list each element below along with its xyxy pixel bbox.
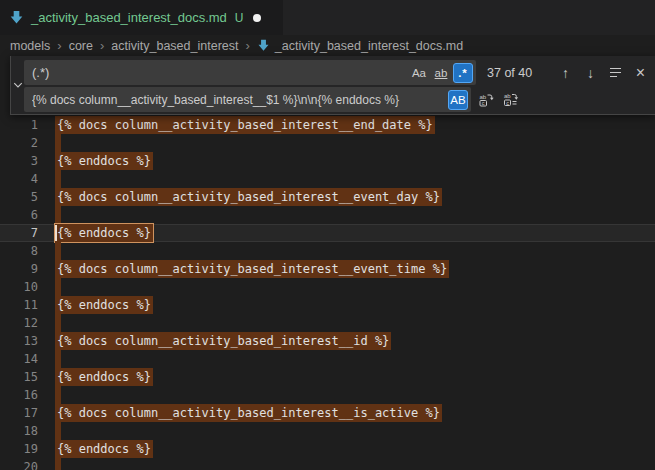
current-find-match: {% enddocs %}: [55, 224, 153, 242]
editor-line: 3{% enddocs %}: [0, 152, 655, 170]
close-find-widget-button[interactable]: ×: [630, 62, 651, 83]
line-number: 14: [0, 350, 45, 368]
line-content[interactable]: {% docs column__activity_based_interest_…: [45, 188, 655, 206]
line-content[interactable]: [45, 206, 655, 224]
line-content[interactable]: {% enddocs %}: [45, 296, 655, 314]
line-content[interactable]: {% enddocs %}: [45, 368, 655, 386]
editor-line: 19{% enddocs %}: [0, 440, 655, 458]
svg-text:c: c: [506, 99, 509, 105]
line-content[interactable]: {% docs column__activity_based_interest_…: [45, 332, 655, 350]
regex-button[interactable]: .*: [453, 63, 473, 83]
editor-line: 16: [0, 386, 655, 404]
breadcrumb-separator: ›: [57, 38, 61, 53]
find-match-highlight: [55, 242, 61, 260]
whole-word-button[interactable]: ab: [431, 63, 451, 83]
editor-lines: 1{% docs column__activity_based_interest…: [0, 116, 655, 470]
find-match-highlight: {% enddocs %}: [55, 368, 153, 386]
line-content[interactable]: {% enddocs %}: [45, 440, 655, 458]
breadcrumb-item[interactable]: models: [10, 39, 50, 53]
line-content[interactable]: [45, 170, 655, 188]
breadcrumb: models›core›activity_based_interest› _ac…: [0, 35, 655, 56]
match-case-button[interactable]: Aa: [409, 63, 429, 83]
line-content[interactable]: {% enddocs %}: [45, 152, 655, 170]
line-number: 5: [0, 188, 45, 206]
find-match-highlight: [55, 206, 61, 224]
line-content[interactable]: {% enddocs %}: [45, 224, 655, 242]
tab-activity-based-interest-docs[interactable]: _activity_based_interest_docs.md U: [0, 0, 283, 35]
find-match-highlight: {% enddocs %}: [55, 440, 153, 458]
find-in-selection-button[interactable]: [605, 62, 626, 83]
line-content[interactable]: [45, 350, 655, 368]
line-content[interactable]: [45, 386, 655, 404]
editor-line: 12: [0, 314, 655, 332]
unsaved-dot-icon[interactable]: [253, 14, 261, 22]
line-number: 11: [0, 296, 45, 314]
markdown-file-icon: [257, 39, 270, 52]
editor-line: 13{% docs column__activity_based_interes…: [0, 332, 655, 350]
line-content[interactable]: [45, 242, 655, 260]
editor-line: 5{% docs column__activity_based_interest…: [0, 188, 655, 206]
line-number: 18: [0, 422, 45, 440]
line-number: 16: [0, 386, 45, 404]
editor-line: 20: [0, 458, 655, 470]
line-content[interactable]: [45, 314, 655, 332]
previous-match-button[interactable]: ↑: [555, 62, 576, 83]
line-content[interactable]: [45, 134, 655, 152]
editor-line: 17{% docs column__activity_based_interes…: [0, 404, 655, 422]
text-cursor: [55, 225, 57, 241]
find-match-highlight: {% docs column__activity_based_interest_…: [55, 332, 391, 350]
git-status-badge: U: [235, 11, 244, 25]
line-content[interactable]: [45, 278, 655, 296]
find-match-highlight: {% docs column__activity_based_interest_…: [55, 188, 442, 206]
line-content[interactable]: {% docs column__activity_based_interest_…: [45, 116, 655, 134]
editor-line: 15{% enddocs %}: [0, 368, 655, 386]
tab-title: _activity_based_interest_docs.md: [31, 10, 227, 25]
line-number: 10: [0, 278, 45, 296]
line-content[interactable]: {% docs column__activity_based_interest_…: [45, 260, 655, 278]
replace-icon: ab c: [478, 92, 494, 108]
breadcrumb-item[interactable]: core: [69, 39, 93, 53]
chevron-down-icon: [12, 79, 24, 91]
breadcrumb-item[interactable]: activity_based_interest: [111, 39, 238, 53]
next-match-button[interactable]: ↓: [580, 62, 601, 83]
find-match-highlight: [55, 422, 61, 440]
replace-button[interactable]: ab c: [475, 89, 496, 110]
line-content[interactable]: {% docs column__activity_based_interest_…: [45, 404, 655, 422]
line-number: 3: [0, 152, 45, 170]
breadcrumb-file[interactable]: _activity_based_interest_docs.md: [257, 39, 463, 53]
find-row: (.*) Aa ab .* 37 of 40 ↑ ↓ ×: [24, 60, 651, 85]
markdown-file-icon: [9, 10, 24, 25]
find-match-highlight: [55, 278, 61, 296]
editor-line: 7{% enddocs %}: [0, 224, 655, 242]
find-match-highlight: [55, 350, 61, 368]
breadcrumb-separator: ›: [100, 38, 104, 53]
line-content[interactable]: [45, 422, 655, 440]
preserve-case-button[interactable]: AB: [448, 90, 468, 110]
line-number: 6: [0, 206, 45, 224]
find-match-highlight: {% docs column__activity_based_interest_…: [55, 404, 442, 422]
editor-line: 2: [0, 134, 655, 152]
find-match-highlight: [55, 386, 61, 404]
breadcrumb-file-label: _activity_based_interest_docs.md: [275, 39, 463, 53]
replace-input[interactable]: {% docs column__activity_based_interest_…: [24, 87, 471, 112]
find-match-highlight: [55, 170, 61, 188]
line-number: 4: [0, 170, 45, 188]
replace-all-button[interactable]: ab c: [500, 89, 521, 110]
replace-all-icon: ab c: [503, 92, 519, 108]
find-input[interactable]: (.*) Aa ab .*: [24, 60, 476, 85]
breadcrumb-separator: ›: [245, 38, 249, 53]
editor-line: 4: [0, 170, 655, 188]
line-number: 13: [0, 332, 45, 350]
replace-row: {% docs column__activity_based_interest_…: [24, 87, 651, 112]
find-match-highlight: [55, 314, 61, 332]
vscode-window: _activity_based_interest_docs.md U model…: [0, 0, 655, 470]
editor-line: 8: [0, 242, 655, 260]
line-number: 15: [0, 368, 45, 386]
find-match-highlight: {% enddocs %}: [55, 296, 153, 314]
line-content[interactable]: [45, 458, 655, 470]
find-match-highlight: [55, 134, 61, 152]
editor-line: 1{% docs column__activity_based_interest…: [0, 116, 655, 134]
line-number: 12: [0, 314, 45, 332]
line-number: 7: [0, 224, 45, 242]
toggle-replace-button[interactable]: [11, 56, 24, 114]
